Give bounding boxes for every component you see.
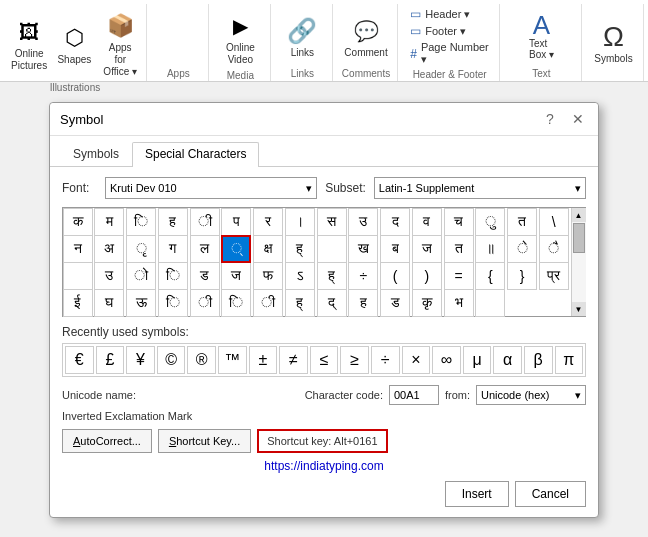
symbol-cell[interactable]: ÷: [348, 262, 378, 290]
symbol-cell[interactable]: ‍: [63, 262, 93, 290]
autocorrect-button[interactable]: AutoCorrect...: [62, 429, 152, 453]
symbol-cell[interactable]: ज: [412, 235, 442, 263]
shapes-button[interactable]: ⬡ Shapes: [54, 20, 94, 68]
symbol-cell[interactable]: ै: [539, 235, 569, 263]
scroll-up-button[interactable]: ▲: [572, 208, 586, 222]
symbol-cell[interactable]: भ: [444, 289, 474, 317]
symbol-cell[interactable]: ी: [253, 289, 283, 317]
online-video-button[interactable]: ▶ OnlineVideo: [220, 8, 260, 68]
recent-symbol-cell[interactable]: α: [493, 346, 522, 374]
recent-symbol-cell[interactable]: ±: [249, 346, 278, 374]
dialog-help-button[interactable]: ?: [540, 109, 560, 129]
symbol-cell[interactable]: ि: [126, 208, 156, 236]
recent-symbol-cell[interactable]: ≥: [340, 346, 369, 374]
subset-dropdown[interactable]: Latin-1 Supplement ▾: [374, 177, 586, 199]
scroll-down-button[interactable]: ▼: [572, 302, 586, 316]
footer-button[interactable]: ▭ Footer ▾: [408, 23, 491, 39]
symbol-cell[interactable]: ): [412, 262, 442, 290]
symbol-cell[interactable]: ह्: [317, 262, 347, 290]
symbol-cell[interactable]: (: [380, 262, 410, 290]
recent-symbol-cell[interactable]: ≤: [310, 346, 339, 374]
page-number-button[interactable]: # Page Number ▾: [408, 40, 491, 67]
url-link[interactable]: https://indiatyping.com: [264, 459, 383, 473]
recent-symbol-cell[interactable]: ®: [187, 346, 216, 374]
recent-symbol-cell[interactable]: ™: [218, 346, 247, 374]
symbol-cell[interactable]: ज: [221, 262, 251, 290]
recent-symbol-cell[interactable]: μ: [463, 346, 492, 374]
recent-symbol-cell[interactable]: ¥: [126, 346, 155, 374]
symbol-cell[interactable]: ी: [190, 289, 220, 317]
online-pictures-button[interactable]: 🖼 OnlinePictures: [8, 14, 50, 74]
recent-symbol-cell[interactable]: π: [555, 346, 584, 374]
links-button[interactable]: 🔗 Links: [282, 13, 322, 61]
symbol-cell[interactable]: ह: [348, 289, 378, 317]
recent-symbol-cell[interactable]: £: [96, 346, 125, 374]
symbol-cell[interactable]: ग: [158, 235, 188, 263]
symbol-cell[interactable]: द: [380, 208, 410, 236]
symbol-cell[interactable]: =: [444, 262, 474, 290]
font-dropdown[interactable]: Kruti Dev 010 ▾: [105, 177, 317, 199]
symbol-cell[interactable]: र: [253, 208, 283, 236]
symbol-cell[interactable]: ख: [348, 235, 378, 263]
symbol-cell[interactable]: ।: [285, 208, 315, 236]
symbols-button[interactable]: Ω Symbols: [590, 19, 636, 67]
cancel-button[interactable]: Cancel: [515, 481, 586, 507]
recent-symbol-cell[interactable]: β: [524, 346, 553, 374]
symbol-cell[interactable]: क्ष: [253, 235, 283, 263]
recent-symbol-cell[interactable]: ©: [157, 346, 186, 374]
symbol-cell[interactable]: कृ: [412, 289, 442, 317]
recent-symbol-cell[interactable]: ∞: [432, 346, 461, 374]
symbol-cell[interactable]: ब: [380, 235, 410, 263]
recent-symbol-cell[interactable]: ×: [402, 346, 431, 374]
symbol-cell[interactable]: ल: [190, 235, 220, 263]
symbol-cell[interactable]: घ: [94, 289, 124, 317]
char-code-input[interactable]: [389, 385, 439, 405]
symbol-cell[interactable]: ऽ: [285, 262, 315, 290]
tab-symbols[interactable]: Symbols: [60, 142, 132, 167]
symbol-cell[interactable]: ह्: [285, 289, 315, 317]
symbol-cell[interactable]: }: [507, 262, 537, 290]
symbol-cell[interactable]: ‍: [317, 235, 347, 263]
symbol-cell[interactable]: च: [444, 208, 474, 236]
symbol-cell[interactable]: ड: [190, 262, 220, 290]
symbol-cell[interactable]: द्: [317, 289, 347, 317]
symbol-cell[interactable]: त: [507, 208, 537, 236]
header-button[interactable]: ▭ Header ▾: [408, 6, 491, 22]
symbol-cell[interactable]: [475, 289, 505, 317]
symbol-cell[interactable]: ि: [221, 289, 251, 317]
symbol-cell[interactable]: ्: [221, 235, 251, 263]
symbol-cell[interactable]: प: [221, 208, 251, 236]
symbol-cell[interactable]: ि: [158, 289, 188, 317]
symbol-cell[interactable]: न: [63, 235, 93, 263]
symbol-cell[interactable]: ई: [63, 289, 93, 317]
symbol-cell[interactable]: \: [539, 208, 569, 236]
symbol-cell[interactable]: ड: [380, 289, 410, 317]
from-dropdown[interactable]: Unicode (hex) ▾: [476, 385, 586, 405]
recent-symbol-cell[interactable]: ÷: [371, 346, 400, 374]
symbol-cell[interactable]: ी: [190, 208, 220, 236]
symbol-cell[interactable]: ो: [126, 262, 156, 290]
symbol-cell[interactable]: ि: [158, 262, 188, 290]
symbol-cell[interactable]: क: [63, 208, 93, 236]
comment-button[interactable]: 💬 Comment: [340, 13, 391, 61]
symbol-cell[interactable]: ऊ: [126, 289, 156, 317]
symbol-cell[interactable]: फ: [253, 262, 283, 290]
symbol-cell[interactable]: उ: [94, 262, 124, 290]
symbol-cell[interactable]: स: [317, 208, 347, 236]
symbol-cell[interactable]: े: [507, 235, 537, 263]
symbol-cell[interactable]: {: [475, 262, 505, 290]
symbol-cell[interactable]: ॥: [475, 235, 505, 263]
text-box-button[interactable]: A TextBox ▾: [529, 12, 554, 60]
tab-special-characters[interactable]: Special Characters: [132, 142, 259, 167]
scrollbar-thumb[interactable]: [573, 223, 585, 253]
symbol-cell[interactable]: म: [94, 208, 124, 236]
symbol-cell[interactable]: प्र: [539, 262, 569, 290]
dialog-close-button[interactable]: ✕: [568, 109, 588, 129]
symbol-cell[interactable]: अ: [94, 235, 124, 263]
apps-for-office-button[interactable]: 📦 Apps forOffice ▾: [99, 8, 142, 80]
recent-symbol-cell[interactable]: €: [65, 346, 94, 374]
recent-symbol-cell[interactable]: ≠: [279, 346, 308, 374]
symbol-cell[interactable]: उ: [348, 208, 378, 236]
symbol-cell[interactable]: ु: [475, 208, 505, 236]
insert-button[interactable]: Insert: [445, 481, 509, 507]
